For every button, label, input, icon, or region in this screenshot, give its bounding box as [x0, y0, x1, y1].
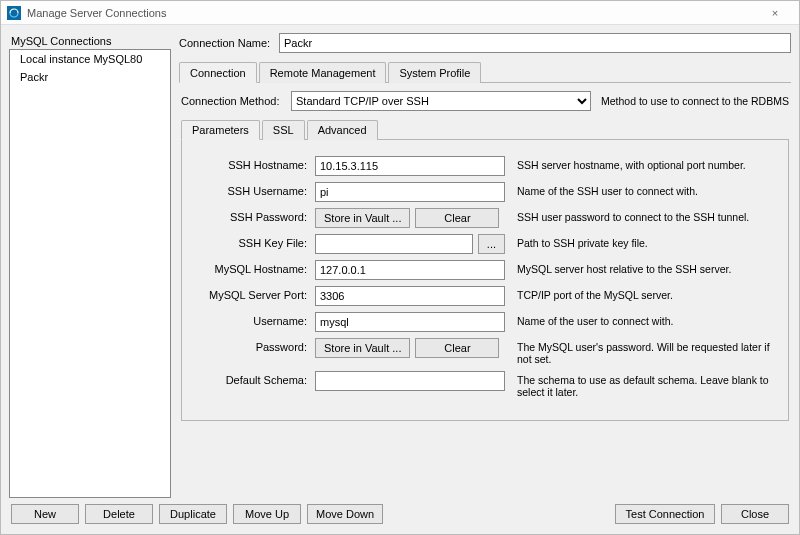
mysql-port-input[interactable] [315, 286, 505, 306]
ssh-keyfile-browse-button[interactable]: ... [478, 234, 505, 254]
connection-name-label: Connection Name: [179, 37, 279, 49]
default-schema-desc: The schema to use as default schema. Lea… [505, 371, 780, 398]
delete-button[interactable]: Delete [85, 504, 153, 524]
footer: New Delete Duplicate Move Up Move Down T… [9, 498, 791, 526]
mysql-username-input[interactable] [315, 312, 505, 332]
mysql-password-store-button[interactable]: Store in Vault ... [315, 338, 410, 358]
ssh-username-label: SSH Username: [190, 182, 315, 197]
tab-connection[interactable]: Connection [179, 62, 257, 83]
window-close-button[interactable]: × [757, 7, 793, 19]
move-down-button[interactable]: Move Down [307, 504, 383, 524]
subtab-advanced[interactable]: Advanced [307, 120, 378, 140]
mysql-port-label: MySQL Server Port: [190, 286, 315, 301]
ssh-keyfile-label: SSH Key File: [190, 234, 315, 249]
tab-remote-management[interactable]: Remote Management [259, 62, 387, 83]
connections-heading: MySQL Connections [11, 35, 169, 47]
connection-name-input[interactable] [279, 33, 791, 53]
ssh-keyfile-input[interactable] [315, 234, 473, 254]
mysql-hostname-desc: MySQL server host relative to the SSH se… [505, 260, 780, 275]
subtab-parameters[interactable]: Parameters [181, 120, 260, 140]
connection-method-label: Connection Method: [181, 95, 291, 107]
mysql-username-label: Username: [190, 312, 315, 327]
mysql-password-desc: The MySQL user's password. Will be reque… [505, 338, 780, 365]
window: Manage Server Connections × MySQL Connec… [0, 0, 800, 535]
ssh-hostname-input[interactable] [315, 156, 505, 176]
ssh-hostname-label: SSH Hostname: [190, 156, 315, 171]
new-button[interactable]: New [11, 504, 79, 524]
mysql-hostname-label: MySQL Hostname: [190, 260, 315, 275]
titlebar: Manage Server Connections × [1, 1, 799, 25]
default-schema-input[interactable] [315, 371, 505, 391]
ssh-password-label: SSH Password: [190, 208, 315, 223]
move-up-button[interactable]: Move Up [233, 504, 301, 524]
ssh-password-clear-button[interactable]: Clear [415, 208, 499, 228]
parameters-pane: SSH Hostname: SSH server hostname, with … [181, 140, 789, 421]
app-icon [7, 6, 21, 20]
duplicate-button[interactable]: Duplicate [159, 504, 227, 524]
tab-system-profile[interactable]: System Profile [388, 62, 481, 83]
mysql-port-desc: TCP/IP port of the MySQL server. [505, 286, 780, 301]
ssh-hostname-desc: SSH server hostname, with optional port … [505, 156, 780, 171]
mysql-password-clear-button[interactable]: Clear [415, 338, 499, 358]
ssh-keyfile-desc: Path to SSH private key file. [505, 234, 780, 249]
close-button[interactable]: Close [721, 504, 789, 524]
connections-list-item[interactable]: Packr [10, 68, 170, 86]
default-schema-label: Default Schema: [190, 371, 315, 386]
connections-list-item[interactable]: Local instance MySQL80 [10, 50, 170, 68]
window-title: Manage Server Connections [27, 7, 166, 19]
mysql-hostname-input[interactable] [315, 260, 505, 280]
ssh-password-desc: SSH user password to connect to the SSH … [505, 208, 780, 223]
ssh-password-store-button[interactable]: Store in Vault ... [315, 208, 410, 228]
ssh-username-input[interactable] [315, 182, 505, 202]
mysql-username-desc: Name of the user to connect with. [505, 312, 780, 327]
parameter-tabs: Parameters SSL Advanced [181, 119, 789, 140]
mysql-password-label: Password: [190, 338, 315, 353]
test-connection-button[interactable]: Test Connection [615, 504, 715, 524]
connection-method-description: Method to use to connect to the RDBMS [601, 95, 789, 107]
ssh-username-desc: Name of the SSH user to connect with. [505, 182, 780, 197]
subtab-ssl[interactable]: SSL [262, 120, 305, 140]
main-tabs: Connection Remote Management System Prof… [179, 61, 791, 83]
connections-list[interactable]: Local instance MySQL80 Packr [9, 49, 171, 498]
connection-method-select[interactable]: Standard TCP/IP over SSH [291, 91, 591, 111]
